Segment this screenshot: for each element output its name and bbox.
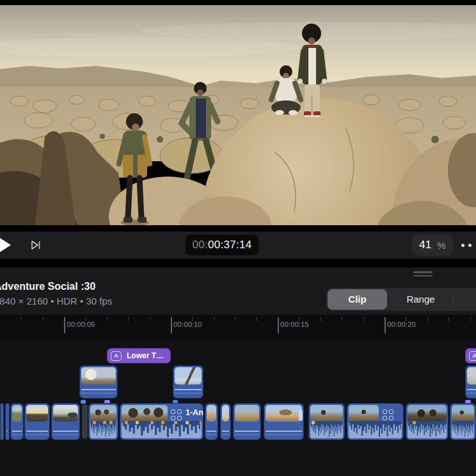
clip-thumbnail bbox=[452, 405, 474, 422]
timeline-clip[interactable] bbox=[10, 403, 24, 440]
clip-thumbnail bbox=[207, 405, 216, 422]
timeline-clip[interactable] bbox=[264, 403, 304, 440]
audio-stripe bbox=[175, 393, 202, 394]
audio-stripe bbox=[53, 431, 78, 432]
multicam-grid-icon bbox=[171, 409, 182, 420]
audio-stripe bbox=[222, 431, 229, 432]
grid-cell bbox=[177, 416, 182, 420]
audio-stripe bbox=[266, 431, 302, 432]
timeline-ruler[interactable]: 00:00:0500:00:1000:00:1500:00:20 bbox=[0, 315, 476, 339]
clip-marker bbox=[125, 421, 128, 424]
connected-clips-row bbox=[0, 365, 476, 399]
timeline-clip[interactable] bbox=[450, 403, 476, 440]
timeline-clip[interactable] bbox=[24, 403, 50, 440]
timeline-clip[interactable] bbox=[406, 403, 448, 440]
title-clip[interactable]: A bbox=[465, 348, 476, 363]
audio-stripe bbox=[81, 393, 116, 394]
clip-thumbnail bbox=[81, 367, 116, 385]
title-clip[interactable]: ALower T… bbox=[107, 348, 171, 363]
audio-waveform bbox=[310, 421, 343, 438]
resize-drag-handle[interactable] bbox=[413, 271, 432, 278]
ruler-minor-tick bbox=[321, 317, 321, 321]
timeline-clip[interactable] bbox=[308, 403, 345, 440]
ruler-timecode-label: 00:00:05 bbox=[67, 321, 95, 328]
play-icon[interactable] bbox=[0, 234, 11, 256]
clip-thumbnail bbox=[266, 405, 302, 422]
ruler-minor-tick bbox=[150, 317, 150, 321]
clip-thumbnail bbox=[310, 405, 343, 422]
ruler-minor-tick bbox=[85, 317, 86, 321]
connected-clip[interactable] bbox=[79, 365, 118, 399]
ruler-minor-tick bbox=[299, 317, 299, 321]
connected-clip[interactable] bbox=[465, 365, 476, 399]
title-a-icon: A bbox=[469, 351, 476, 361]
ruler-minor-tick bbox=[257, 317, 257, 321]
gap-clip[interactable] bbox=[82, 404, 88, 439]
ruler-minor-tick bbox=[21, 317, 22, 321]
audio-stripe bbox=[222, 434, 229, 436]
zoom-level-button[interactable]: 41 % bbox=[412, 234, 453, 256]
audio-stripe bbox=[467, 393, 476, 394]
video-editor-app: 00:00:37:14 41 % Adventure Social :30 38… bbox=[0, 0, 476, 476]
audio-stripe bbox=[12, 431, 22, 432]
grid-cell bbox=[171, 416, 175, 420]
clip-marker bbox=[103, 421, 106, 424]
audio-stripe bbox=[12, 434, 22, 436]
audio-stripe bbox=[7, 434, 8, 436]
connected-clip[interactable] bbox=[173, 365, 203, 399]
more-options-icon[interactable] bbox=[459, 241, 474, 249]
clip-thumbnail bbox=[349, 405, 379, 422]
timeline-header-panel: Adventure Social :30 3840 × 2160 • HDR •… bbox=[0, 267, 476, 315]
segment-full[interactable]: Full bbox=[454, 289, 476, 310]
dot bbox=[468, 244, 472, 247]
clip-thumbnail bbox=[408, 405, 447, 422]
timeline-clip[interactable] bbox=[220, 403, 231, 440]
ruler-minor-tick bbox=[427, 317, 428, 321]
clip-marker bbox=[93, 421, 96, 424]
zoom-value: 41 bbox=[419, 239, 431, 251]
clip-thumbnail bbox=[90, 405, 116, 422]
transport-bar: 00:00:37:14 41 % bbox=[0, 225, 476, 267]
audio-stripe bbox=[266, 434, 302, 436]
timecode-display[interactable]: 00:00:37:14 bbox=[186, 235, 258, 255]
ruler-minor-tick bbox=[470, 317, 471, 321]
clip-marker bbox=[136, 421, 139, 424]
preview-scene bbox=[0, 5, 476, 225]
ruler-minor-tick bbox=[214, 317, 214, 321]
segment-clip[interactable]: Clip bbox=[328, 289, 387, 310]
timeline-clip[interactable]: 1-Angl… bbox=[120, 403, 203, 440]
grid-cell bbox=[389, 416, 393, 420]
timeline-clip[interactable] bbox=[205, 403, 218, 440]
clip-thumbnail bbox=[175, 367, 202, 385]
dot bbox=[461, 244, 464, 247]
timeline-clip[interactable] bbox=[233, 403, 261, 440]
timeline-clip[interactable] bbox=[51, 403, 80, 440]
timeline: 00:00:0500:00:1000:00:1500:00:20 ALower … bbox=[0, 315, 476, 476]
ruler-minor-tick bbox=[342, 317, 342, 321]
timeline-clip[interactable] bbox=[347, 403, 404, 440]
audio-stripe bbox=[235, 434, 259, 436]
clip-marker bbox=[161, 421, 164, 424]
segment-range[interactable]: Range bbox=[388, 289, 453, 310]
viewer-preview[interactable] bbox=[0, 0, 476, 230]
audio-stripe bbox=[7, 431, 8, 432]
audio-waveform bbox=[90, 421, 116, 438]
timeline-clip[interactable] bbox=[5, 403, 10, 440]
skip-to-end-icon[interactable] bbox=[29, 239, 42, 251]
clip-thumbnail bbox=[12, 405, 22, 422]
clip-marker bbox=[150, 421, 154, 424]
clip-marker bbox=[109, 421, 113, 424]
clip-edge-badge bbox=[299, 409, 303, 421]
timeline-clip[interactable] bbox=[0, 403, 4, 440]
clip-thumbnail bbox=[235, 405, 259, 422]
audio-stripe bbox=[81, 389, 116, 390]
percent-sign: % bbox=[437, 240, 445, 251]
ruler-minor-tick bbox=[192, 317, 193, 321]
grid-cell bbox=[171, 409, 175, 414]
primary-track: 1-Angl… bbox=[0, 403, 476, 440]
timeline-clip[interactable] bbox=[88, 403, 118, 440]
multicam-grid-icon bbox=[383, 409, 393, 420]
audio-stripe bbox=[207, 434, 216, 436]
audio-waveform bbox=[349, 421, 402, 438]
audio-stripe bbox=[26, 431, 48, 432]
